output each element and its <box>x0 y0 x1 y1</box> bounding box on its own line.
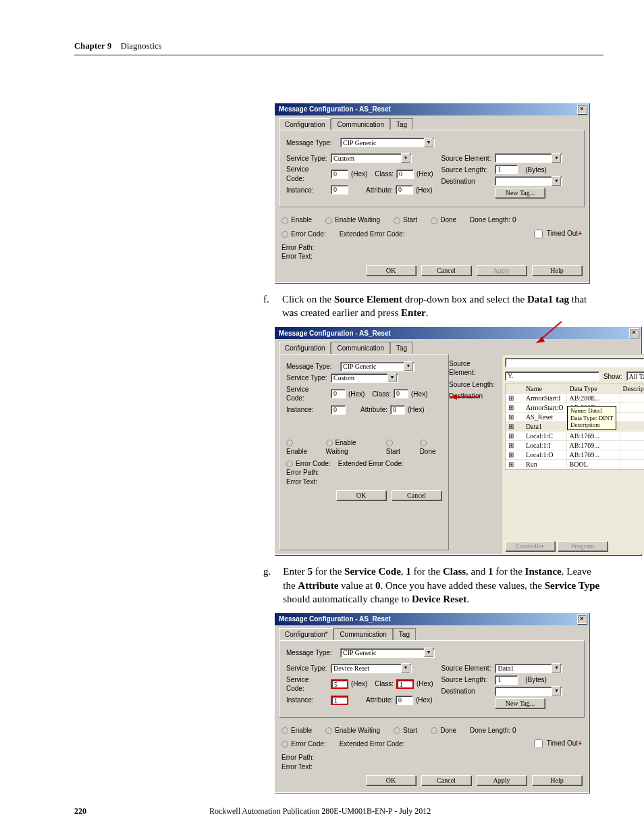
attr-input[interactable]: 0 <box>390 405 405 415</box>
ok-button[interactable]: OK <box>366 775 416 785</box>
service-code-label: Service Code: <box>286 165 328 183</box>
publication-line: Rockwell Automation Publication 280E-UM0… <box>209 806 431 816</box>
tab-config[interactable]: Configuration <box>279 342 331 354</box>
instance-input[interactable]: 0 <box>331 185 348 194</box>
controller-button[interactable]: Controller <box>505 541 555 551</box>
step-f: f. Click on the Source Element drop-down… <box>263 292 603 320</box>
help-button[interactable]: Help <box>532 775 582 785</box>
instance-label: Instance: <box>286 186 328 195</box>
enablewait-led <box>325 217 332 224</box>
errcode-led <box>281 231 288 238</box>
tab-tag[interactable]: Tag <box>393 628 416 640</box>
step-g: g. Enter 5 for the Service Code, 1 for t… <box>263 565 603 606</box>
filter-input[interactable]: Y. <box>505 371 599 381</box>
src-elem-dropdown[interactable]: Data1 <box>495 664 562 673</box>
ok-button[interactable]: OK <box>336 490 386 500</box>
message-type-label: Message Type: <box>286 138 338 148</box>
msgcfg-dialog-2: Message Configuration - AS_Reset× Config… <box>274 326 641 555</box>
message-type-dropdown[interactable]: CIP Generic <box>340 362 414 371</box>
msgcfg-dialog-1: Message Configuration - AS_Reset× Config… <box>274 103 589 283</box>
tab-config[interactable]: Configuration* <box>279 628 333 640</box>
titlebar[interactable]: Message Configuration - AS_Reset× <box>275 103 589 115</box>
tag-picker-popup: Y. Show: All Tags NameData TypeDescripti… <box>502 354 644 555</box>
enable-led <box>281 217 288 224</box>
close-icon[interactable]: × <box>577 615 587 624</box>
titlebar[interactable]: Message Configuration - AS_Reset× <box>275 613 589 625</box>
service-type-dropdown[interactable]: Custom <box>331 373 398 383</box>
page-footer: 220 Rockwell Automation Publication 280E… <box>74 806 603 816</box>
close-icon[interactable]: × <box>629 328 639 338</box>
ok-button[interactable]: OK <box>366 265 416 276</box>
service-type-label: Service Type: <box>286 154 328 163</box>
tag-tooltip: Name: Data1Data Type: DINTDescription: <box>567 406 616 430</box>
titlebar[interactable]: Message Configuration - AS_Reset× <box>275 327 641 339</box>
instance-input[interactable]: 1 <box>331 696 348 705</box>
timedout-checkbox[interactable] <box>534 739 543 748</box>
start-led <box>394 217 400 224</box>
tab-comm[interactable]: Communication <box>333 628 392 640</box>
attr-input[interactable]: 0 <box>396 185 413 194</box>
message-type-dropdown[interactable]: CIP Generic <box>340 648 435 658</box>
help-button[interactable]: Help <box>532 265 582 276</box>
tag-row[interactable]: ⊞Local:1:OAB:1769... <box>506 450 644 460</box>
src-elem-label: Source Element: <box>441 154 492 163</box>
apply-button[interactable]: Apply <box>477 775 527 785</box>
src-len-input[interactable]: 1 <box>495 675 518 685</box>
new-tag-button[interactable]: New Tag... <box>495 698 545 708</box>
tag-row[interactable]: ⊞RunBOOL <box>506 460 644 469</box>
new-tag-button[interactable]: New Tag... <box>495 188 545 198</box>
service-code-input[interactable]: 0 <box>331 389 346 398</box>
tab-config[interactable]: Configuration <box>279 118 331 130</box>
cancel-button[interactable]: Cancel <box>392 490 441 500</box>
class-input[interactable]: 0 <box>394 389 408 398</box>
header-rule <box>74 55 603 55</box>
service-type-dropdown[interactable]: Device Reset <box>331 664 412 673</box>
timedout-checkbox[interactable] <box>534 230 543 238</box>
service-code-input[interactable]: 5 <box>331 679 348 689</box>
tab-tag[interactable]: Tag <box>390 342 413 354</box>
src-elem-dropdown[interactable] <box>505 358 644 367</box>
dest-dropdown[interactable] <box>495 687 562 696</box>
cancel-button[interactable]: Cancel <box>421 775 471 785</box>
page-number: 220 <box>74 806 209 816</box>
tag-row[interactable]: ⊞Local:1:CAB:1769... <box>506 432 644 441</box>
msgcfg-dialog-3: Message Configuration - AS_Reset× Config… <box>274 613 589 793</box>
tag-row[interactable]: ⊞ArmorStart:IAB:280E... <box>506 394 644 403</box>
src-elem-dropdown[interactable] <box>495 153 562 163</box>
done-led <box>431 217 437 224</box>
service-type-dropdown[interactable]: Custom <box>331 153 412 163</box>
tag-row[interactable]: ⊞Local:1:IAB:1769... <box>506 441 644 450</box>
cancel-button[interactable]: Cancel <box>421 265 471 276</box>
close-icon[interactable]: × <box>577 105 587 114</box>
src-len-input[interactable]: 1 <box>495 165 518 174</box>
instance-input[interactable]: 0 <box>331 405 346 415</box>
src-len-label: Source Length: <box>441 165 492 175</box>
dest-dropdown[interactable] <box>495 176 562 186</box>
class-input[interactable]: 1 <box>396 679 414 689</box>
page-header: Chapter 9 Diagnostics <box>74 41 603 52</box>
show-dropdown[interactable]: All Tags <box>626 371 644 381</box>
apply-button[interactable]: Apply <box>477 265 527 276</box>
message-type-dropdown[interactable]: CIP Generic <box>340 138 435 147</box>
service-code-input[interactable]: 0 <box>331 170 348 179</box>
program-button[interactable]: Program <box>558 541 608 551</box>
tab-tag[interactable]: Tag <box>390 118 413 130</box>
attr-input[interactable]: 0 <box>396 696 413 705</box>
redplus-icon: + <box>578 230 582 237</box>
tab-comm[interactable]: Communication <box>331 118 390 130</box>
dest-label: Destination <box>441 177 492 186</box>
class-input[interactable]: 0 <box>396 170 414 179</box>
tab-comm[interactable]: Communication <box>331 342 390 354</box>
